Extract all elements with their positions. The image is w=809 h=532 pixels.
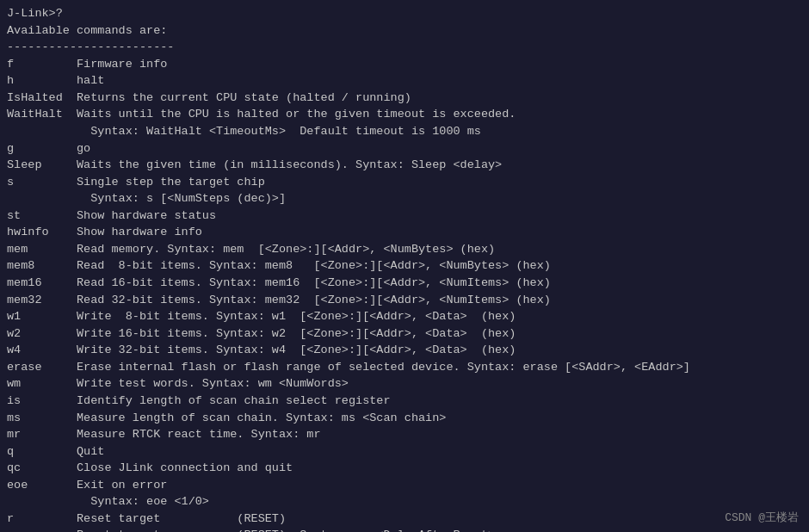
- terminal-line: w4 Write 32-bit items. Syntax: w4 [<Zone…: [7, 342, 802, 359]
- terminal-line: WaitHalt Waits until the CPU is halted o…: [7, 106, 802, 123]
- terminal-line: hwinfo Show hardware info: [7, 224, 802, 241]
- terminal-line: is Identify length of scan chain select …: [7, 393, 802, 410]
- terminal-line: erase Erase internal flash or flash rang…: [7, 359, 802, 376]
- terminal-line: mr Measure RTCK react time. Syntax: mr: [7, 426, 802, 443]
- terminal-line: Syntax: eoe <1/0>: [7, 493, 802, 510]
- terminal-line: mem Read memory. Syntax: mem [<Zone>:][<…: [7, 241, 802, 258]
- terminal-window: J-Link>?Available commands are:---------…: [0, 0, 809, 532]
- terminal-line: s Single step the target chip: [7, 174, 802, 191]
- terminal-line: J-Link>?: [7, 5, 802, 22]
- terminal-line: w1 Write 8-bit items. Syntax: w1 [<Zone>…: [7, 308, 802, 325]
- terminal-line: wm Write test words. Syntax: wm <NumWord…: [7, 375, 802, 393]
- terminal-line: Syntax: s [<NumSteps (dec)>]: [7, 190, 802, 207]
- terminal-line: w2 Write 16-bit items. Syntax: w2 [<Zone…: [7, 325, 802, 343]
- terminal-line: eoe Exit on error: [7, 477, 802, 494]
- terminal-line: Syntax: WaitHalt <TimeoutMs> Default tim…: [7, 123, 802, 140]
- terminal-line: mem32 Read 32-bit items. Syntax: mem32 […: [7, 292, 802, 309]
- watermark: CSDN @王楼岩: [725, 510, 799, 525]
- terminal-line: ms Measure length of scan chain. Syntax:…: [7, 410, 802, 427]
- terminal-line: h halt: [7, 72, 802, 90]
- terminal-line: qc Close JLink connection and quit: [7, 460, 802, 477]
- terminal-line: st Show hardware status: [7, 207, 802, 225]
- terminal-line: Available commands are:: [7, 22, 802, 40]
- terminal-line: ------------------------: [7, 39, 802, 56]
- terminal-line: Sleep Waits the given time (in milliseco…: [7, 157, 802, 174]
- terminal-line: mem8 Read 8-bit items. Syntax: mem8 [<Zo…: [7, 257, 802, 275]
- terminal-line: f Firmware info: [7, 56, 802, 73]
- terminal-line: g go: [7, 140, 802, 158]
- terminal-content: J-Link>?Available commands are:---------…: [7, 5, 802, 532]
- terminal-line: rx Reset target (RESET). Syntax: rx <Del…: [7, 527, 802, 532]
- terminal-line: r Reset target (RESET): [7, 510, 802, 528]
- terminal-line: q Quit: [7, 443, 802, 461]
- terminal-line: IsHalted Returns the current CPU state (…: [7, 90, 802, 107]
- terminal-line: mem16 Read 16-bit items. Syntax: mem16 […: [7, 275, 802, 292]
